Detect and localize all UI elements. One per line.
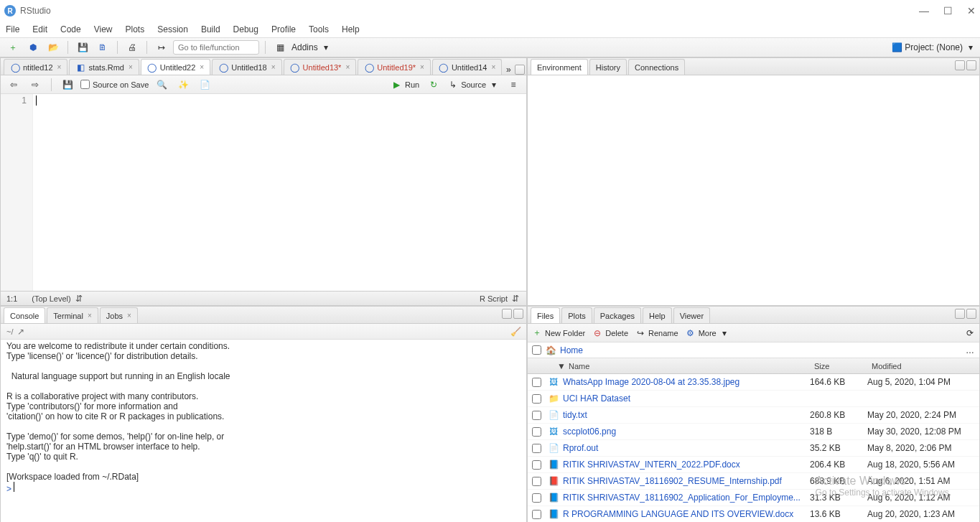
row-checkbox[interactable]	[532, 411, 541, 420]
close-icon[interactable]: ×	[57, 63, 62, 71]
close-icon[interactable]: ×	[88, 312, 92, 320]
close-icon[interactable]: ×	[491, 63, 495, 71]
file-name[interactable]: 📘RITIK SHRIVASTAV_INTERN_2022.PDF.docx	[549, 460, 810, 470]
tab-jobs[interactable]: Jobs×	[100, 307, 138, 323]
row-checkbox[interactable]	[532, 510, 541, 519]
file-name[interactable]: 🖼sccplot06.png	[549, 427, 810, 437]
tab-files[interactable]: Files	[531, 307, 560, 323]
search-button[interactable]: 🔍	[153, 77, 170, 93]
tab-viewer[interactable]: Viewer	[673, 307, 710, 323]
row-checkbox[interactable]	[532, 378, 541, 387]
file-name[interactable]: 📄Rprof.out	[549, 443, 810, 453]
menu-view[interactable]: View	[94, 24, 113, 34]
refresh-icon[interactable]: ⟳	[965, 328, 975, 338]
row-checkbox[interactable]	[532, 394, 541, 404]
file-name[interactable]: 📘R PROGRAMMING LANGUAGE AND ITS OVERVIEW…	[549, 509, 810, 519]
new-file-button[interactable]: ＋	[4, 39, 22, 55]
tab-plots[interactable]: Plots	[561, 307, 592, 323]
addins-dropdown[interactable]: Addins ▾	[291, 42, 331, 52]
goto-file-function-input[interactable]	[173, 40, 259, 55]
close-icon[interactable]: ×	[127, 312, 131, 320]
forward-button[interactable]: ⇨	[27, 77, 44, 93]
new-folder-button[interactable]: ＋New Folder	[532, 328, 585, 338]
source-on-save-checkbox[interactable]	[80, 80, 90, 89]
source-tab[interactable]: ◧stats.Rmd×	[69, 59, 139, 75]
file-name[interactable]: 📄tidy.txt	[549, 410, 810, 420]
rerun-button[interactable]: ↻	[425, 77, 442, 93]
back-button[interactable]: ⇦	[5, 77, 22, 93]
pane-collapse-button[interactable]	[955, 309, 965, 319]
column-modified[interactable]: Modified	[872, 362, 979, 370]
pane-collapse-button[interactable]	[502, 309, 512, 319]
project-label[interactable]: Project: (None)	[905, 42, 963, 52]
menu-help[interactable]: Help	[342, 24, 360, 34]
compile-report-button[interactable]: 📄	[196, 77, 213, 93]
row-checkbox[interactable]	[532, 460, 541, 470]
tabs-overflow-icon[interactable]: »	[503, 65, 513, 75]
menu-build[interactable]: Build	[201, 24, 220, 34]
pane-collapse-button[interactable]	[955, 60, 965, 70]
popout-icon[interactable]: ↗	[16, 327, 26, 337]
close-icon[interactable]: ×	[200, 63, 204, 71]
source-tab[interactable]: ◯Untitled19*×	[358, 59, 431, 75]
close-icon[interactable]: ×	[271, 63, 276, 71]
source-tab[interactable]: ◯Untitled14×	[432, 59, 502, 75]
column-name[interactable]: ▼ Name	[528, 361, 814, 371]
minimize-button[interactable]: —	[919, 5, 929, 17]
source-tab[interactable]: ◯Untitled18×	[212, 59, 281, 75]
row-checkbox[interactable]	[532, 427, 541, 437]
menu-code[interactable]: Code	[60, 24, 81, 34]
pane-collapse-button[interactable]	[515, 65, 525, 75]
maximize-button[interactable]: ☐	[943, 5, 953, 17]
row-checkbox[interactable]	[532, 493, 541, 503]
tab-packages[interactable]: Packages	[594, 307, 641, 323]
breadcrumb-home[interactable]: Home	[560, 345, 583, 355]
select-all-checkbox[interactable]	[532, 345, 541, 355]
run-button[interactable]: ▶ Run	[392, 80, 419, 90]
rename-button[interactable]: ↪Rename	[635, 328, 678, 338]
home-icon[interactable]: 🏠	[546, 345, 556, 355]
close-icon[interactable]: ×	[345, 63, 350, 71]
file-name[interactable]: 🖼WhatsApp Image 2020-08-04 at 23.35.38.j…	[549, 377, 810, 387]
pane-maximize-button[interactable]	[966, 60, 976, 70]
editor-code-area[interactable]	[33, 94, 526, 291]
file-name[interactable]: 📘RITIK SHRIVASTAV_18116902_Application_F…	[549, 493, 810, 503]
source-tab[interactable]: ◯Untitled22×	[141, 59, 210, 75]
save-all-button[interactable]: 🗎	[94, 39, 111, 55]
row-checkbox[interactable]	[532, 477, 541, 486]
file-type-dropdown[interactable]: R Script ⇵	[480, 294, 521, 304]
outline-button[interactable]: ≡	[505, 77, 522, 93]
close-icon[interactable]: ×	[420, 63, 424, 71]
goto-prev-icon[interactable]: ↦	[153, 39, 170, 55]
tab-history[interactable]: History	[589, 59, 627, 75]
source-tab[interactable]: ◯Untitled13*×	[284, 59, 357, 75]
menu-plots[interactable]: Plots	[126, 24, 145, 34]
save-button[interactable]: 💾	[74, 39, 91, 55]
tab-environment[interactable]: Environment	[531, 59, 588, 75]
source-on-save-label[interactable]: Source on Save	[80, 80, 149, 89]
tab-console[interactable]: Console	[4, 307, 45, 323]
source-editor[interactable]: 1	[1, 94, 526, 291]
ellipsis-icon[interactable]: …	[965, 345, 975, 355]
new-project-button[interactable]: ⬢	[24, 39, 42, 55]
menu-tools[interactable]: Tools	[309, 24, 329, 34]
open-file-button[interactable]: 📂	[45, 39, 62, 55]
print-button[interactable]: 🖨	[123, 39, 141, 55]
column-size[interactable]: Size	[814, 362, 872, 370]
close-button[interactable]: ✕	[967, 5, 976, 17]
console-output[interactable]: You are welcome to redistribute it under…	[1, 340, 526, 522]
wand-button[interactable]: ✨	[174, 77, 192, 93]
row-checkbox[interactable]	[532, 444, 541, 453]
save-source-button[interactable]: 💾	[59, 77, 76, 93]
pane-maximize-button[interactable]	[966, 309, 976, 319]
menu-profile[interactable]: Profile	[271, 24, 296, 34]
source-tab[interactable]: ◯ntitled12×	[4, 59, 67, 75]
pane-maximize-button[interactable]	[513, 309, 523, 319]
source-dropdown-button[interactable]: ↳ Source ▾	[448, 80, 499, 90]
tab-terminal[interactable]: Terminal×	[47, 307, 98, 323]
clear-console-icon[interactable]: 🧹	[510, 327, 521, 337]
delete-button[interactable]: ⊖Delete	[592, 328, 628, 338]
menu-edit[interactable]: Edit	[32, 24, 47, 34]
scope-dropdown[interactable]: (Top Level) ⇵	[32, 294, 83, 304]
tab-help[interactable]: Help	[643, 307, 672, 323]
